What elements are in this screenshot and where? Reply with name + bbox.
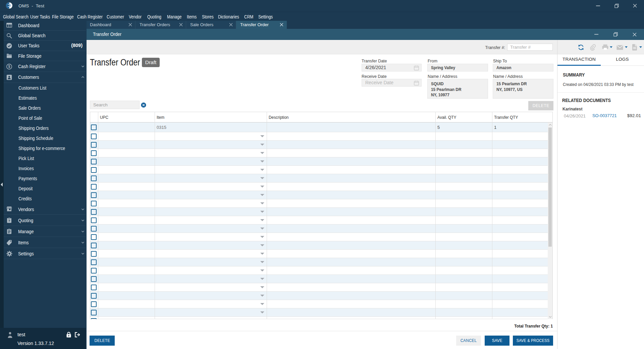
svg-text:$: $	[8, 64, 10, 68]
svg-text:?: ?	[8, 219, 10, 222]
